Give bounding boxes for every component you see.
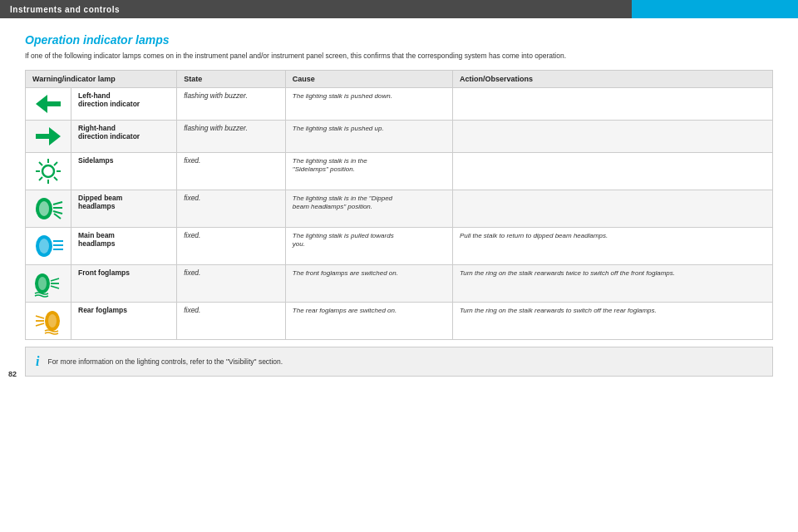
lamp-cause-main-beam: The lighting stalk is pulled towardsyou. (285, 227, 452, 264)
lamp-action-right-indicator (452, 120, 772, 152)
lamp-icon-dipped-beam (26, 190, 71, 227)
lamp-cause-left-indicator: The lighting stalk is pushed down. (285, 87, 452, 120)
svg-line-8 (54, 177, 57, 180)
col-header-action: Action/Observations (452, 70, 772, 87)
lamp-name-dipped-beam: Dipped beamheadlamps (71, 190, 177, 227)
svg-line-26 (51, 286, 59, 288)
lamp-state-left-indicator: flashing with buzzer. (177, 87, 286, 120)
lamp-name-main-beam: Main beamheadlamps (71, 227, 177, 264)
header-accent (632, 0, 798, 18)
info-box: i For more information on the lighting c… (25, 347, 773, 377)
header-title: Instruments and controls (10, 5, 120, 14)
page-number: 82 (8, 370, 17, 378)
table-row: Front foglamps fixed. The front foglamps… (26, 264, 773, 302)
table-header-row: Warning/indicator lamp State Cause Actio… (26, 70, 773, 87)
lamp-name-sidelamps: Sidelamps (71, 152, 177, 190)
lamp-icon-rear-foglamps (26, 302, 71, 339)
indicator-lamps-table: Warning/indicator lamp State Cause Actio… (25, 70, 773, 340)
info-icon: i (36, 354, 39, 369)
lamp-action-dipped-beam (452, 190, 772, 227)
table-row: Sidelamps fixed. The lighting stalk is i… (26, 152, 773, 190)
lamp-state-sidelamps: fixed. (177, 152, 286, 190)
lamp-icon-main-beam (26, 227, 71, 264)
svg-line-16 (54, 214, 61, 219)
page-content: Operation indicator lamps If one of the … (0, 18, 798, 385)
lamp-name-rear-foglamps: Rear foglamps (71, 302, 177, 339)
lamp-action-sidelamps (452, 152, 772, 190)
lamp-action-front-foglamps: Turn the ring on the stalk rearwards twi… (452, 264, 772, 302)
col-header-state: State (177, 70, 286, 87)
table-row: Main beamheadlamps fixed. The lighting s… (26, 227, 773, 264)
svg-point-12 (39, 201, 49, 216)
lamp-action-left-indicator (452, 87, 772, 120)
lamp-cause-sidelamps: The lighting stalk is in the"Sidelamps" … (285, 152, 452, 190)
svg-line-10 (39, 177, 42, 180)
lamp-cause-dipped-beam: The lighting stalk is in the "Dippedbeam… (285, 190, 452, 227)
lamp-state-front-foglamps: fixed. (177, 264, 286, 302)
svg-marker-0 (36, 95, 61, 113)
lamp-state-main-beam: fixed. (177, 227, 286, 264)
lamp-name-front-foglamps: Front foglamps (71, 264, 177, 302)
table-row: Rear foglamps fixed. The rear foglamps a… (26, 302, 773, 339)
svg-point-18 (39, 239, 49, 254)
svg-line-24 (51, 278, 59, 281)
lamp-action-main-beam: Pull the stalk to return to dipped beam … (452, 227, 772, 264)
lamp-cause-rear-foglamps: The rear foglamps are switched on. (285, 302, 452, 339)
svg-point-28 (48, 314, 57, 328)
info-text: For more information on the lighting con… (47, 357, 283, 366)
svg-point-23 (38, 277, 47, 290)
svg-marker-1 (36, 127, 61, 145)
table-row: Dipped beamheadlamps fixed. The lighting… (26, 190, 773, 227)
lamp-icon-left-arrow (26, 87, 71, 120)
svg-line-29 (36, 316, 44, 318)
svg-point-2 (42, 165, 54, 177)
section-title: Operation indicator lamps (25, 33, 773, 47)
lamp-name-left-indicator: Left-handdirection indicator (71, 87, 177, 120)
lamp-name-right-indicator: Right-handdirection indicator (71, 120, 177, 152)
svg-line-9 (54, 162, 57, 165)
lamp-icon-front-foglamps (26, 264, 71, 302)
lamp-cause-right-indicator: The lighting stalk is pushed up. (285, 120, 452, 152)
svg-line-31 (36, 323, 44, 326)
table-row: Right-handdirection indicator flashing w… (26, 120, 773, 152)
header-bar: Instruments and controls (0, 0, 798, 18)
lamp-action-rear-foglamps: Turn the ring on the stalk rearwards to … (452, 302, 772, 339)
lamp-cause-front-foglamps: The front foglamps are switched on. (285, 264, 452, 302)
svg-line-13 (53, 202, 62, 204)
section-description: If one of the following indicator lamps … (25, 52, 773, 62)
col-header-cause: Cause (285, 70, 452, 87)
table-row: Left-handdirection indicator flashing wi… (26, 87, 773, 120)
lamp-state-rear-foglamps: fixed. (177, 302, 286, 339)
svg-line-7 (39, 162, 42, 165)
lamp-state-right-indicator: flashing with buzzer. (177, 120, 286, 152)
lamp-icon-right-arrow (26, 120, 71, 152)
lamp-icon-sidelamps (26, 152, 71, 190)
lamp-state-dipped-beam: fixed. (177, 190, 286, 227)
col-header-lamp: Warning/indicator lamp (26, 70, 177, 87)
